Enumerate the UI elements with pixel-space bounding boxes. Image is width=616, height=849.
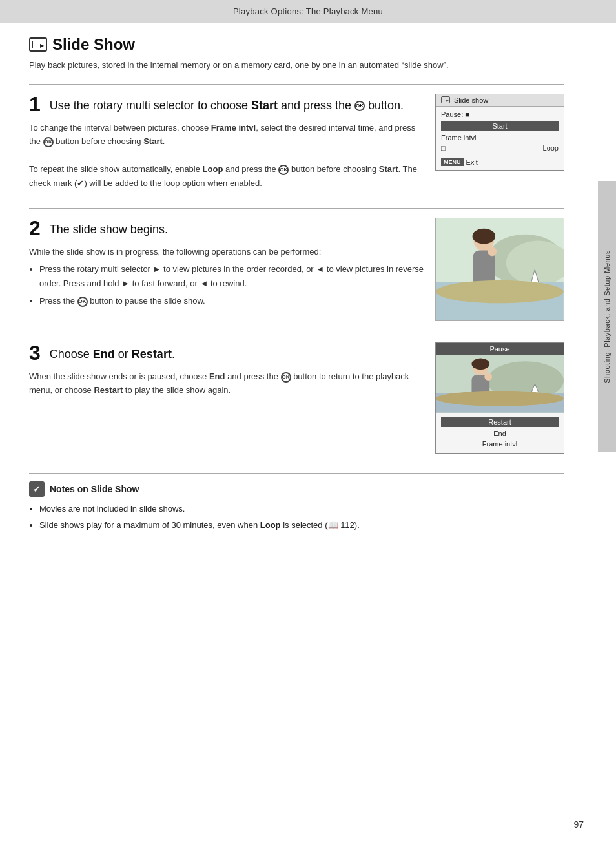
page-title-row: Slide Show	[29, 36, 564, 54]
svg-point-16	[471, 358, 489, 370]
step-3-screen: Pause	[435, 342, 564, 454]
step-3-right: Pause	[435, 342, 564, 454]
svg-point-10	[436, 280, 564, 304]
notes-icon: ✓	[29, 481, 45, 497]
step-2-section: 2 The slide show begins. While the slide…	[29, 208, 564, 321]
step-2-title-text: The slide show begins.	[50, 223, 168, 236]
screen-header-label: Slide show	[454, 96, 488, 104]
svg-point-9	[488, 247, 497, 256]
step-2-scene	[435, 218, 564, 321]
step-2-right	[435, 218, 564, 321]
frame-intvl-row: Frame intvl	[441, 132, 559, 143]
step-2-header: 2 The slide show begins.	[29, 218, 425, 238]
start-label: Start	[492, 122, 507, 130]
svg-point-19	[436, 391, 564, 406]
step-2-intro: While the slide show is in progress, the…	[29, 245, 425, 258]
restart-row: Restart	[441, 417, 559, 427]
ok-button-icon-2: OK	[43, 137, 54, 147]
scene-svg	[436, 218, 564, 320]
ps-scene-area	[436, 355, 564, 413]
side-tab: Shooting, Playback, and Setup Menus	[598, 181, 616, 452]
step-2-bullets: Press the rotary multi selector ► to vie…	[39, 262, 425, 308]
restart-label: Restart	[488, 418, 511, 426]
loop-row: □ Loop	[441, 143, 559, 153]
step-3-number: 3	[29, 342, 41, 363]
notes-title: Notes on Slide Show	[50, 484, 139, 494]
step-1-body: To change the interval between pictures,…	[29, 121, 425, 190]
step-2-body: While the slide show is in progress, the…	[29, 245, 425, 308]
step-3-body: When the slide show ends or is paused, c…	[29, 370, 425, 397]
ps-scene-svg	[436, 355, 564, 413]
step-1-right: Slide show Pause: ■ Start Frame intvl □ …	[435, 94, 564, 196]
frame-intvl-row: Frame intvl	[441, 439, 559, 449]
notes-header: ✓ Notes on Slide Show	[29, 481, 564, 497]
step-3-header: 3 Choose End or Restart.	[29, 342, 425, 363]
start-row: Start	[441, 121, 559, 131]
pause-screen-header: Pause	[436, 343, 564, 355]
step-2-title: The slide show begins.	[50, 218, 168, 237]
step-3-left: 3 Choose End or Restart. When the slide …	[29, 342, 425, 454]
header-title: Playback Options: The Playback Menu	[233, 6, 383, 16]
notes-section: ✓ Notes on Slide Show Movies are not inc…	[29, 473, 564, 532]
step-1-left: 1 Use the rotary multi selector to choos…	[29, 94, 425, 196]
step-2-left: 2 The slide show begins. While the slide…	[29, 218, 425, 321]
pause-row: Pause: ■	[441, 109, 559, 120]
end-row: End	[441, 428, 559, 439]
page-title: Slide Show	[52, 36, 135, 54]
step-2-bullet-2: Press the OK button to pause the slide s…	[39, 294, 425, 308]
frame-intvl-label: Frame intvl	[441, 134, 476, 142]
ok-button-icon-4: OK	[77, 297, 88, 307]
ok-button-icon: OK	[354, 101, 365, 111]
page-header: Playback Options: The Playback Menu	[0, 0, 616, 23]
step-2-bullet-1: Press the rotary multi selector ► to vie…	[39, 262, 425, 290]
menu-footer: MENU Exit	[441, 156, 559, 166]
loop-label: Loop	[543, 144, 559, 152]
screen-header: Slide show	[436, 94, 564, 107]
pause-screen-inner: Restart End Frame intvl	[436, 413, 564, 453]
ok-button-icon-5: OK	[281, 372, 291, 383]
step-1-title: Use the rotary multi selector to choose …	[50, 94, 404, 113]
step-3-section: 3 Choose End or Restart. When the slide …	[29, 333, 564, 454]
step-3-body-text: When the slide show ends or is paused, c…	[29, 370, 425, 397]
step-1-screen: Slide show Pause: ■ Start Frame intvl □ …	[435, 94, 564, 171]
slide-show-icon	[29, 37, 47, 52]
exit-label: Exit	[466, 158, 478, 166]
svg-point-18	[484, 373, 492, 381]
frame-intvl-label: Frame intvl	[482, 440, 517, 448]
step-1-header: 1 Use the rotary multi selector to choos…	[29, 94, 425, 114]
pause-label: Pause: ■	[441, 110, 469, 118]
notes-bullet-2: Slide shows play for a maximum of 30 min…	[39, 518, 564, 532]
step-3-title: Choose End or Restart.	[50, 342, 175, 362]
cam-icon	[441, 96, 450, 103]
page-title-section: Slide Show Play back pictures, stored in…	[29, 36, 564, 72]
menu-button: MENU	[441, 158, 464, 166]
step-1-number: 1	[29, 94, 41, 114]
end-label: End	[493, 430, 506, 437]
side-tab-text: Shooting, Playback, and Setup Menus	[603, 250, 611, 383]
step-2-number: 2	[29, 218, 41, 238]
notes-bullet-1: Movies are not included in slide shows.	[39, 502, 564, 516]
page-number: 97	[573, 819, 584, 830]
main-content: Slide Show Play back pictures, stored in…	[0, 23, 616, 548]
notes-list: Movies are not included in slide shows. …	[39, 502, 564, 532]
screen-inner: Pause: ■ Start Frame intvl □ Loop MENU E	[436, 107, 564, 170]
step-1-section: 1 Use the rotary multi selector to choos…	[29, 84, 564, 196]
page-description: Play back pictures, stored in the intern…	[29, 59, 564, 72]
checkbox-icon: □	[441, 144, 446, 152]
pause-label: Pause	[489, 345, 509, 353]
ok-button-icon-3: OK	[278, 165, 289, 175]
svg-point-7	[473, 229, 496, 244]
